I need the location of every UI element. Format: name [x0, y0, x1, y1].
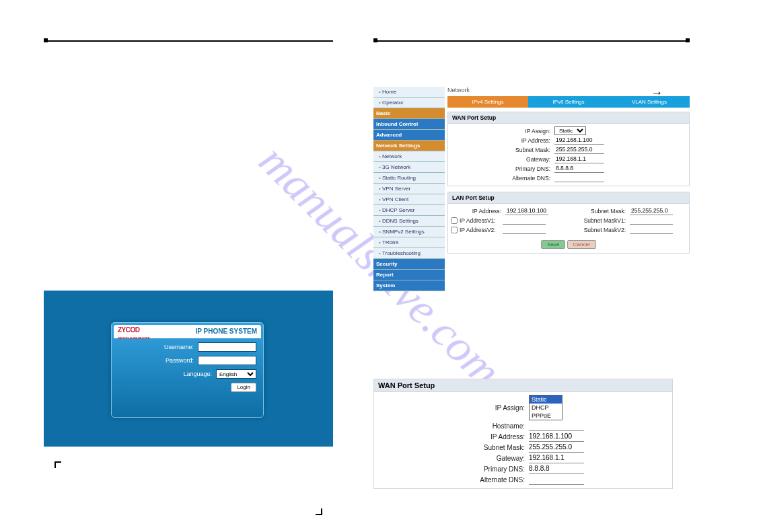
wan2-adns-value[interactable]: [529, 475, 584, 485]
wan-subnet-label: Subnet Mask:: [451, 147, 554, 153]
sidebar-item-network-settings[interactable]: Network Settings: [373, 141, 445, 151]
wan-gw-value[interactable]: 192.168.1.1: [554, 155, 604, 163]
language-label: Language:: [183, 371, 212, 377]
sidebar-item-3g-network[interactable]: 3G Network: [373, 162, 445, 173]
login-logo-subtitle: WE FOCUS WE DELIVER: [118, 337, 150, 340]
sidebar-item-tr069[interactable]: TR069: [373, 237, 445, 248]
wan2-ip-label: IP Address:: [377, 433, 529, 441]
wan-gw-label: Gateway:: [451, 156, 554, 163]
lan-ipv1-value[interactable]: [503, 216, 546, 225]
lan-ipv1-checkbox[interactable]: [451, 217, 458, 224]
wan2-opt-dhcp[interactable]: DHCP: [530, 404, 562, 412]
wan2-subnet-value[interactable]: 255.255.255.0: [529, 443, 584, 453]
lan-panel-title: LAN Port Setup: [448, 192, 689, 204]
lan-maskv2-label: Subnet MaskV2:: [575, 227, 630, 233]
lan-ipv2-checkbox[interactable]: [451, 227, 458, 233]
wan2-subnet-label: Subnet Mask:: [377, 444, 529, 451]
sidebar-item-static-routing[interactable]: Static Routing: [373, 173, 445, 184]
sidebar-item-system[interactable]: System: [373, 280, 445, 291]
language-select[interactable]: English: [216, 369, 256, 379]
login-title: IP PHONE SYSTEM: [195, 325, 257, 338]
sidebar: HomeOperatorBasicInbound ControlAdvanced…: [373, 87, 445, 291]
save-button[interactable]: Save: [541, 240, 565, 249]
lan-panel: LAN Port Setup IP Address: 192.168.10.10…: [447, 192, 690, 254]
wan2-title: WAN Port Setup: [374, 379, 672, 392]
wan-pdns-label: Primary DNS:: [451, 165, 554, 172]
divider-right: [373, 40, 690, 42]
sidebar-item-snmpv2-settings[interactable]: SNMPv2 Settings: [373, 227, 445, 237]
wan-pdns-value[interactable]: 8.8.8.8: [554, 164, 604, 173]
wan-ipassign-select[interactable]: Static: [554, 126, 586, 135]
wan2-hostname-label: Hostname:: [377, 422, 529, 430]
cancel-button[interactable]: Cancel: [567, 240, 596, 249]
wan2-pdns-value[interactable]: 8.8.8.8: [529, 464, 584, 474]
password-label: Password:: [166, 357, 194, 364]
sidebar-item-ddns-settings[interactable]: DDNS Settings: [373, 216, 445, 227]
wan-panel-title: WAN Port Setup: [448, 112, 689, 124]
wan-ip-label: IP Address:: [451, 137, 554, 144]
wan2-pdns-label: Primary DNS:: [377, 465, 529, 473]
wan2-hostname-value[interactable]: [529, 421, 584, 431]
login-screenshot: ZYCOD WE FOCUS WE DELIVER IP PHONE SYSTE…: [44, 291, 333, 447]
sidebar-item-basic[interactable]: Basic: [373, 108, 445, 119]
wan2-gw-label: Gateway:: [377, 455, 529, 462]
lan-maskv2-value[interactable]: [630, 225, 673, 234]
login-button[interactable]: Login: [231, 383, 256, 392]
wan2-ip-value[interactable]: 192.168.1.100: [529, 432, 584, 442]
sidebar-item-vpn-client[interactable]: VPN Client: [373, 194, 445, 205]
wan-adns-value[interactable]: [554, 174, 604, 182]
wan2-gw-value[interactable]: 192.168.1.1: [529, 453, 584, 463]
arrow-icon: →: [373, 86, 690, 100]
sidebar-item-vpn-server[interactable]: VPN Server: [373, 184, 445, 194]
lan-ipv2-value[interactable]: [503, 225, 546, 234]
sidebar-item-dhcp-server[interactable]: DHCP Server: [373, 205, 445, 216]
wan-ip-value[interactable]: 192.168.1.100: [554, 136, 604, 145]
login-logo: ZYCOD: [118, 326, 140, 334]
lan-subnet-value[interactable]: 255.255.255.0: [630, 206, 673, 215]
lan-ipv1-label: IP AddressV1:: [460, 217, 503, 224]
username-label: Username:: [164, 344, 194, 350]
username-input[interactable]: [198, 342, 256, 352]
wan-adns-label: Alternate DNS:: [451, 175, 554, 182]
sidebar-item-advanced[interactable]: Advanced: [373, 130, 445, 141]
wan-ipassign-label: IP Assign:: [451, 128, 554, 135]
lan-maskv1-label: Subnet MaskV1:: [575, 217, 630, 224]
wan2-ipassign-label: IP Assign:: [377, 404, 529, 412]
wan2-adns-label: Alternate DNS:: [377, 476, 529, 484]
wan2-opt-static[interactable]: Static: [530, 395, 562, 404]
lan-subnet-label: Subnet Mask:: [575, 208, 630, 215]
password-input[interactable]: [198, 356, 256, 365]
lan-ipv2-label: IP AddressV2:: [460, 227, 503, 233]
lan-ip-value[interactable]: 192.168.10.100: [505, 206, 548, 215]
lan-maskv1-value[interactable]: [630, 216, 673, 225]
sidebar-item-network[interactable]: Network: [373, 151, 445, 162]
wan2-ipassign-dropdown[interactable]: Static DHCP PPPoE: [529, 395, 563, 420]
sidebar-item-inbound-control[interactable]: Inbound Control: [373, 119, 445, 130]
sidebar-item-security[interactable]: Security: [373, 259, 445, 270]
wan2-panel: WAN Port Setup IP Assign: Static DHCP PP…: [373, 379, 673, 489]
sidebar-item-troubleshooting[interactable]: Troubleshooting: [373, 248, 445, 259]
lan-ip-label: IP Address:: [451, 208, 505, 215]
wan2-opt-pppoe[interactable]: PPPoE: [530, 412, 562, 420]
sidebar-item-report[interactable]: Report: [373, 270, 445, 280]
caption-placeholder: [44, 461, 333, 515]
wan-panel: WAN Port Setup IP Assign: Static IP Addr…: [447, 112, 690, 186]
wan-subnet-value[interactable]: 255.255.255.0: [554, 145, 604, 154]
divider-left: [44, 40, 333, 42]
